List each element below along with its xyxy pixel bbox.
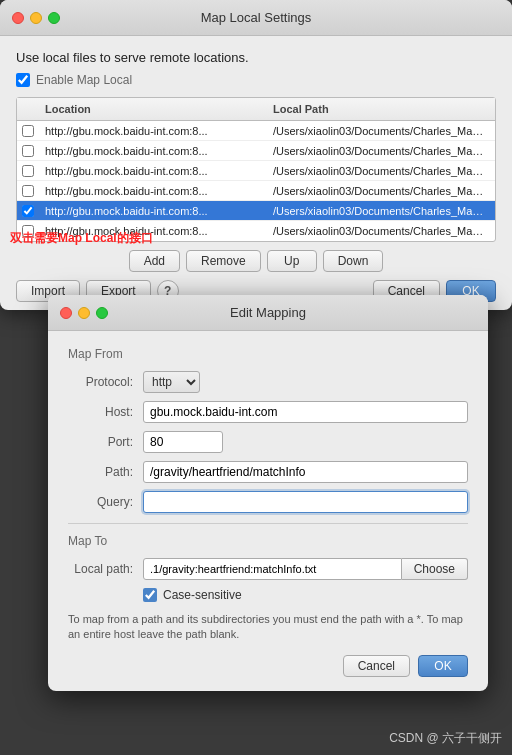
table-row[interactable]: http://gbu.mock.baidu-int.com:8... /User… xyxy=(17,141,495,161)
host-input[interactable] xyxy=(143,401,468,423)
path-label: Path: xyxy=(68,465,133,479)
query-input[interactable] xyxy=(143,491,468,513)
table-action-buttons: Add Remove Up Down xyxy=(16,250,496,272)
row-check-0[interactable] xyxy=(22,125,34,137)
close-button[interactable] xyxy=(12,12,24,24)
main-window-title: Map Local Settings xyxy=(201,10,312,25)
enable-row: Enable Map Local xyxy=(16,73,496,87)
query-row: Query: xyxy=(68,491,468,513)
map-from-label: Map From xyxy=(68,347,468,361)
mapping-table: Location Local Path http://gbu.mock.baid… xyxy=(16,97,496,242)
main-title-bar: Map Local Settings xyxy=(0,0,512,36)
dialog-bottom-row: Cancel OK xyxy=(68,655,468,677)
row-location-2: http://gbu.mock.baidu-int.com:8... xyxy=(39,163,267,179)
port-row: Port: xyxy=(68,431,468,453)
table-row-selected[interactable]: http://gbu.mock.baidu-int.com:8... /User… xyxy=(17,201,495,221)
csdn-watermark: CSDN @ 六子干侧开 xyxy=(389,730,502,747)
path-row: Path: xyxy=(68,461,468,483)
info-text: To map from a path and its subdirectorie… xyxy=(68,612,468,643)
table-row[interactable]: http://gbu.mock.baidu-int.com:8... /User… xyxy=(17,121,495,141)
col-location: Location xyxy=(39,101,267,117)
row-path-1: /Users/xiaolin03/Documents/Charles_Map_L… xyxy=(267,143,495,159)
choose-button[interactable]: Choose xyxy=(402,558,468,580)
main-window: Map Local Settings Use local files to se… xyxy=(0,0,512,310)
enable-label: Enable Map Local xyxy=(36,73,132,87)
dialog-maximize-button[interactable] xyxy=(96,307,108,319)
host-label: Host: xyxy=(68,405,133,419)
protocol-row: Protocol: http https xyxy=(68,371,468,393)
row-location-4: http://gbu.mock.baidu-int.com:8... xyxy=(39,203,267,219)
maximize-button[interactable] xyxy=(48,12,60,24)
divider xyxy=(68,523,468,524)
row-check-4[interactable] xyxy=(22,205,34,217)
remove-button[interactable]: Remove xyxy=(186,250,261,272)
protocol-select-row: http https xyxy=(143,371,200,393)
protocol-select[interactable]: http https xyxy=(143,371,200,393)
annotation-1: 双击需要Map Local的接口 xyxy=(10,230,153,247)
main-window-body: Use local files to serve remote location… xyxy=(0,36,512,312)
local-path-label: Local path: xyxy=(68,562,133,576)
dialog-body: Map From Protocol: http https Host: Port… xyxy=(48,331,488,691)
row-check-2[interactable] xyxy=(22,165,34,177)
add-button[interactable]: Add xyxy=(129,250,180,272)
local-path-row: Local path: Choose xyxy=(68,558,468,580)
dialog-title-bar: Edit Mapping xyxy=(48,295,488,331)
minimize-button[interactable] xyxy=(30,12,42,24)
row-location-0: http://gbu.mock.baidu-int.com:8... xyxy=(39,123,267,139)
table-header: Location Local Path xyxy=(17,98,495,121)
col-check xyxy=(17,101,39,117)
query-label: Query: xyxy=(68,495,133,509)
row-location-3: http://gbu.mock.baidu-int.com:8... xyxy=(39,183,267,199)
host-row: Host: xyxy=(68,401,468,423)
row-check-1[interactable] xyxy=(22,145,34,157)
dialog-minimize-button[interactable] xyxy=(78,307,90,319)
dialog-traffic-lights xyxy=(60,307,108,319)
dialog-cancel-button[interactable]: Cancel xyxy=(343,655,410,677)
row-check-3[interactable] xyxy=(22,185,34,197)
edit-mapping-dialog: Edit Mapping Map From Protocol: http htt… xyxy=(48,295,488,691)
down-button[interactable]: Down xyxy=(323,250,384,272)
row-path-5: /Users/xiaolin03/Documents/Charles_Map_L… xyxy=(267,223,495,239)
col-localpath: Local Path xyxy=(267,101,495,117)
local-path-input[interactable] xyxy=(143,558,402,580)
protocol-label: Protocol: xyxy=(68,375,133,389)
row-location-1: http://gbu.mock.baidu-int.com:8... xyxy=(39,143,267,159)
row-path-3: /Users/xiaolin03/Documents/Charles_Map_L… xyxy=(267,183,495,199)
enable-checkbox[interactable] xyxy=(16,73,30,87)
row-path-2: /Users/xiaolin03/Documents/Charles_Map_L… xyxy=(267,163,495,179)
traffic-lights xyxy=(12,12,60,24)
case-sensitive-checkbox[interactable] xyxy=(143,588,157,602)
row-path-4: /Users/xiaolin03/Documents/Charles_Map_L… xyxy=(267,203,495,219)
port-label: Port: xyxy=(68,435,133,449)
case-sensitive-label: Case-sensitive xyxy=(163,588,242,602)
description-text: Use local files to serve remote location… xyxy=(16,50,496,65)
up-button[interactable]: Up xyxy=(267,250,317,272)
port-input[interactable] xyxy=(143,431,223,453)
dialog-close-button[interactable] xyxy=(60,307,72,319)
path-input[interactable] xyxy=(143,461,468,483)
case-sensitive-row: Case-sensitive xyxy=(68,588,468,602)
table-row[interactable]: http://gbu.mock.baidu-int.com:8... /User… xyxy=(17,161,495,181)
map-to-label: Map To xyxy=(68,534,468,548)
row-path-0: /Users/xiaolin03/Documents/Charles_Map_L… xyxy=(267,123,495,139)
dialog-title: Edit Mapping xyxy=(230,305,306,320)
dialog-ok-button[interactable]: OK xyxy=(418,655,468,677)
table-row[interactable]: http://gbu.mock.baidu-int.com:8... /User… xyxy=(17,181,495,201)
